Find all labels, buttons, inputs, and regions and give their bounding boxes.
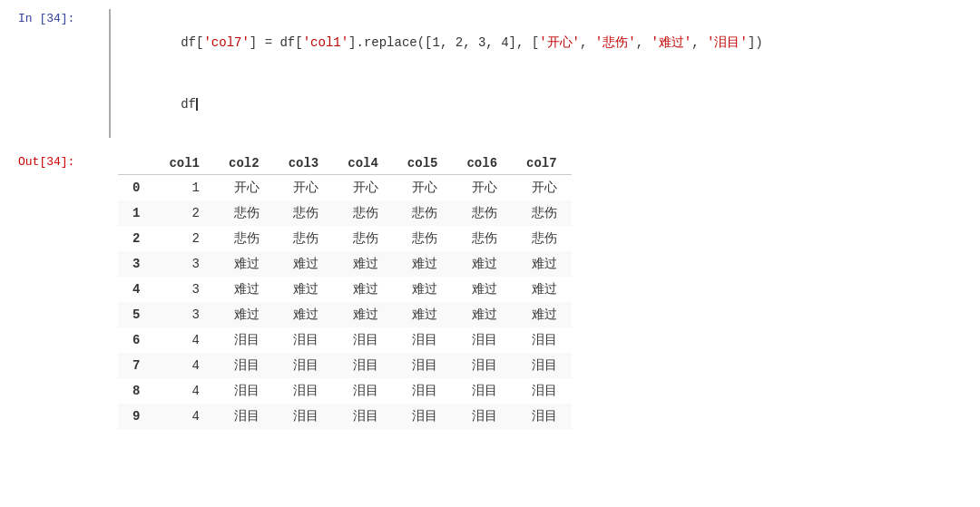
- cell-col5: 泪目: [393, 404, 453, 429]
- notebook-cell: In [34]: df['col7'] = df['col1'].replace…: [0, 0, 980, 507]
- cell-col1: 4: [154, 327, 214, 353]
- output-table: col1 col2 col3 col4 col5 col6 col7 01开心开…: [118, 152, 572, 429]
- cell-col1: 4: [154, 353, 214, 378]
- cell-col7: 泪目: [512, 353, 572, 378]
- output-label: Out[34]:: [0, 152, 109, 169]
- cell-col5: 难过: [393, 251, 453, 277]
- cell-index: 3: [118, 251, 154, 277]
- table-row: 43难过难过难过难过难过难过: [118, 277, 572, 302]
- col-header-col3: col3: [274, 152, 334, 175]
- cell-col4: 开心: [333, 175, 393, 201]
- cell-col2: 悲伤: [214, 226, 274, 251]
- cell-col3: 泪目: [274, 378, 334, 404]
- table-row: 53难过难过难过难过难过难过: [118, 302, 572, 327]
- cell-col3: 难过: [274, 277, 334, 302]
- cell-col6: 泪目: [452, 378, 512, 404]
- cell-col6: 泪目: [452, 327, 512, 353]
- cell-col2: 难过: [214, 251, 274, 277]
- table-header-row: col1 col2 col3 col4 col5 col6 col7: [118, 152, 572, 175]
- col-header-col2: col2: [214, 152, 274, 175]
- col-header-index: [118, 152, 154, 175]
- cell-col6: 泪目: [452, 404, 512, 429]
- cell-col1: 1: [154, 175, 214, 201]
- cell-col2: 开心: [214, 175, 274, 201]
- cell-col3: 悲伤: [274, 200, 334, 226]
- cell-col2: 泪目: [214, 378, 274, 404]
- cell-col5: 开心: [393, 175, 453, 201]
- cell-col3: 泪目: [274, 327, 334, 353]
- cell-index: 0: [118, 175, 154, 201]
- table-row: 74泪目泪目泪目泪目泪目泪目: [118, 353, 572, 378]
- cell-col6: 开心: [452, 175, 512, 201]
- col-header-col1: col1: [154, 152, 214, 175]
- cell-col6: 难过: [452, 302, 512, 327]
- col-header-col4: col4: [333, 152, 393, 175]
- cell-index: 9: [118, 404, 154, 429]
- cell-col6: 泪目: [452, 353, 512, 378]
- cell-col2: 悲伤: [214, 200, 274, 226]
- cell-col1: 4: [154, 378, 214, 404]
- cell-col4: 难过: [333, 277, 393, 302]
- cell-col2: 难过: [214, 277, 274, 302]
- cell-col3: 泪目: [274, 404, 334, 429]
- cell-col2: 泪目: [214, 404, 274, 429]
- cell-col5: 难过: [393, 277, 453, 302]
- cell-col1: 3: [154, 302, 214, 327]
- table-row: 01开心开心开心开心开心开心: [118, 175, 572, 201]
- cell-col3: 难过: [274, 251, 334, 277]
- code-line-2: df: [120, 73, 971, 134]
- table-row: 94泪目泪目泪目泪目泪目泪目: [118, 404, 572, 429]
- cell-col4: 泪目: [333, 378, 393, 404]
- input-label: In [34]:: [0, 9, 109, 25]
- table-row: 22悲伤悲伤悲伤悲伤悲伤悲伤: [118, 226, 572, 251]
- cell-index: 4: [118, 277, 154, 302]
- cell-col1: 2: [154, 226, 214, 251]
- col-header-col5: col5: [393, 152, 453, 175]
- cell-col3: 开心: [274, 175, 334, 201]
- input-area: In [34]: df['col7'] = df['col1'].replace…: [0, 0, 980, 147]
- cell-col4: 悲伤: [333, 226, 393, 251]
- cell-col6: 难过: [452, 251, 512, 277]
- cell-col6: 悲伤: [452, 200, 512, 226]
- input-code[interactable]: df['col7'] = df['col1'].replace([1, 2, 3…: [109, 9, 980, 138]
- cell-col6: 难过: [452, 277, 512, 302]
- cell-col4: 难过: [333, 302, 393, 327]
- cell-col2: 泪目: [214, 327, 274, 353]
- cell-index: 7: [118, 353, 154, 378]
- cell-col5: 泪目: [393, 378, 453, 404]
- output-table-wrap: col1 col2 col3 col4 col5 col6 col7 01开心开…: [109, 152, 980, 429]
- cell-col7: 泪目: [512, 404, 572, 429]
- cell-col2: 难过: [214, 302, 274, 327]
- table-row: 64泪目泪目泪目泪目泪目泪目: [118, 327, 572, 353]
- col-header-col6: col6: [452, 152, 512, 175]
- cell-col6: 悲伤: [452, 226, 512, 251]
- table-row: 12悲伤悲伤悲伤悲伤悲伤悲伤: [118, 200, 572, 226]
- cell-col1: 3: [154, 251, 214, 277]
- cell-col7: 开心: [512, 175, 572, 201]
- cell-col5: 泪目: [393, 327, 453, 353]
- cell-col7: 泪目: [512, 327, 572, 353]
- cell-col7: 难过: [512, 251, 572, 277]
- cell-col7: 泪目: [512, 378, 572, 404]
- cell-col7: 悲伤: [512, 200, 572, 226]
- cell-col4: 难过: [333, 251, 393, 277]
- cell-index: 8: [118, 378, 154, 404]
- cell-col4: 泪目: [333, 404, 393, 429]
- cell-index: 6: [118, 327, 154, 353]
- cell-index: 2: [118, 226, 154, 251]
- cell-col1: 4: [154, 404, 214, 429]
- cell-col5: 悲伤: [393, 200, 453, 226]
- cell-col7: 难过: [512, 302, 572, 327]
- cell-col4: 泪目: [333, 353, 393, 378]
- cell-col4: 悲伤: [333, 200, 393, 226]
- output-area: Out[34]: col1 col2 col3 col4 col5 col6 c…: [0, 147, 980, 447]
- cell-col7: 难过: [512, 277, 572, 302]
- cell-col3: 难过: [274, 302, 334, 327]
- cell-col5: 泪目: [393, 353, 453, 378]
- cell-col1: 2: [154, 200, 214, 226]
- col-header-col7: col7: [512, 152, 572, 175]
- cell-col2: 泪目: [214, 353, 274, 378]
- cell-col4: 泪目: [333, 327, 393, 353]
- cell-index: 5: [118, 302, 154, 327]
- cell-col3: 泪目: [274, 353, 334, 378]
